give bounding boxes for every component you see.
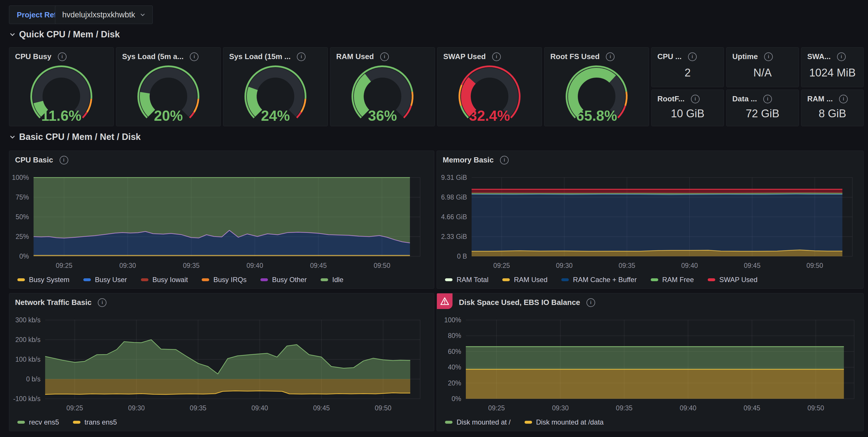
legend-label: Disk mounted at /: [457, 418, 511, 426]
svg-text:40%: 40%: [448, 363, 461, 371]
network-traffic-chart[interactable]: -100 kb/s0 b/s100 kb/s200 kb/s300 kb/s09…: [9, 293, 435, 432]
gauge[interactable]: 32.4%: [437, 61, 541, 126]
panel-title: RAM ...: [807, 94, 833, 104]
panel-gauge-sys-load-15m: Sys Load (15m ...i24%: [223, 47, 328, 126]
disk-space-legend: Disk mounted at /Disk mounted at /data: [445, 418, 603, 426]
svg-text:09:25: 09:25: [493, 262, 510, 269]
svg-text:4.66 GiB: 4.66 GiB: [441, 213, 467, 221]
gauge[interactable]: 20%: [116, 61, 220, 126]
svg-text:09:50: 09:50: [374, 262, 390, 269]
panel-stat-uptime: UptimeiN/A: [726, 47, 799, 87]
panel-stat-cpu: CPU ...i2: [651, 47, 724, 87]
section-title: Basic CPU / Mem / Net / Disk: [19, 132, 141, 142]
legend-item[interactable]: RAM Cache + Buffer: [561, 276, 637, 284]
legend-item[interactable]: Busy System: [18, 276, 69, 284]
legend-label: Busy System: [29, 276, 69, 284]
svg-text:09:45: 09:45: [310, 262, 327, 269]
legend-swatch-icon: [708, 278, 715, 281]
info-icon[interactable]: i: [380, 52, 389, 61]
svg-text:09:45: 09:45: [313, 404, 330, 412]
svg-text:20%: 20%: [154, 108, 183, 123]
svg-text:09:35: 09:35: [190, 404, 207, 412]
legend-item[interactable]: RAM Used: [502, 276, 548, 284]
legend-item[interactable]: Busy Other: [260, 276, 307, 284]
panel-title: Sys Load (15m ...: [229, 52, 290, 61]
legend-item[interactable]: Disk mounted at /: [445, 418, 511, 426]
legend-label: Busy IRQs: [213, 276, 247, 284]
legend-swatch-icon: [18, 278, 25, 281]
info-icon[interactable]: i: [764, 52, 773, 61]
alert-state-badge[interactable]: [437, 293, 453, 309]
info-icon[interactable]: i: [691, 95, 700, 104]
gauge[interactable]: 11.6%: [9, 61, 114, 126]
legend-swatch-icon: [18, 421, 25, 424]
svg-text:09:30: 09:30: [128, 404, 145, 412]
project-ref-dropdown[interactable]: hvdelujxlxstpxkhwbtk: [55, 5, 153, 24]
legend-item[interactable]: Busy User: [83, 276, 127, 284]
svg-text:09:50: 09:50: [375, 404, 392, 412]
stat-value: 2: [652, 61, 724, 87]
legend-label: recv ens5: [29, 418, 59, 426]
legend-item[interactable]: RAM Total: [445, 276, 488, 284]
panel-gauge-cpu-busy: CPU Busyi11.6%: [9, 47, 114, 126]
svg-text:24%: 24%: [261, 108, 290, 123]
panel-title: CPU ...: [657, 52, 682, 61]
legend-label: Busy Iowait: [153, 276, 188, 284]
info-icon[interactable]: i: [688, 52, 697, 61]
legend-item[interactable]: Idle: [320, 276, 343, 284]
stat-value: 10 GiB: [652, 104, 724, 126]
legend-item[interactable]: SWAP Used: [708, 276, 757, 284]
legend-item[interactable]: Busy IRQs: [202, 276, 247, 284]
svg-text:100%: 100%: [444, 316, 461, 324]
legend-swatch-icon: [445, 421, 453, 424]
info-icon[interactable]: i: [837, 52, 846, 61]
gauge[interactable]: 65.8%: [545, 61, 649, 126]
gauge[interactable]: 24%: [223, 61, 328, 126]
disk-space-chart[interactable]: 0%20%40%60%80%100%09:2509:3009:3509:4009…: [437, 293, 864, 432]
legend-swatch-icon: [561, 278, 569, 281]
info-icon[interactable]: i: [297, 52, 306, 61]
legend-swatch-icon: [502, 278, 510, 281]
legend-swatch-icon: [83, 278, 91, 281]
svg-text:60%: 60%: [448, 348, 461, 355]
info-icon[interactable]: i: [58, 52, 66, 61]
svg-text:11.6%: 11.6%: [41, 108, 81, 123]
svg-text:100%: 100%: [12, 174, 29, 181]
legend-item[interactable]: Busy Iowait: [141, 276, 188, 284]
svg-text:09:30: 09:30: [119, 262, 136, 269]
legend-swatch-icon: [445, 278, 453, 281]
panel-stat-ram: RAM ...i8 GiB: [801, 89, 864, 126]
info-icon[interactable]: i: [190, 52, 198, 61]
panel-gauge-sys-load-5m-a: Sys Load (5m a...i20%: [116, 47, 221, 126]
panel-title: Root FS Used: [550, 52, 599, 61]
network-traffic-legend: recv ens5trans ens5: [18, 418, 117, 426]
svg-text:9.31 GiB: 9.31 GiB: [441, 174, 467, 181]
legend-item[interactable]: trans ens5: [73, 418, 117, 426]
legend-label: SWAP Used: [719, 276, 757, 284]
legend-item[interactable]: Disk mounted at /data: [525, 418, 603, 426]
section-title: Quick CPU / Mem / Disk: [19, 29, 120, 40]
legend-label: trans ens5: [85, 418, 117, 426]
gauge[interactable]: 36%: [331, 61, 435, 126]
svg-text:0%: 0%: [452, 395, 461, 403]
svg-text:09:35: 09:35: [619, 262, 636, 269]
cpu-basic-chart[interactable]: 0%25%50%75%100%09:2509:3009:3509:4009:45…: [9, 151, 435, 289]
panel-title: Sys Load (5m a...: [122, 52, 183, 61]
svg-text:0 b/s: 0 b/s: [26, 375, 40, 383]
stat-value: 72 GiB: [726, 104, 799, 126]
legend-swatch-icon: [525, 421, 532, 424]
info-icon[interactable]: i: [492, 52, 501, 61]
legend-item[interactable]: recv ens5: [18, 418, 59, 426]
svg-text:09:40: 09:40: [251, 404, 268, 412]
legend-label: RAM Total: [457, 276, 488, 284]
legend-item[interactable]: RAM Free: [651, 276, 694, 284]
section-header-basic-cpu-mem-net-disk[interactable]: Basic CPU / Mem / Net / Disk: [9, 132, 141, 142]
info-icon[interactable]: i: [606, 52, 615, 61]
chevron-down-icon: [9, 31, 16, 38]
info-icon[interactable]: i: [763, 95, 772, 104]
section-header-quick-cpu-mem-disk[interactable]: Quick CPU / Mem / Disk: [9, 29, 120, 40]
project-ref-label: Project Ref: [17, 10, 56, 20]
memory-basic-chart[interactable]: 0 B2.33 GiB4.66 GiB6.98 GiB9.31 GiB09:25…: [437, 151, 864, 289]
info-icon[interactable]: i: [839, 95, 848, 104]
panel-gauge-ram-used: RAM Usedi36%: [330, 47, 435, 126]
